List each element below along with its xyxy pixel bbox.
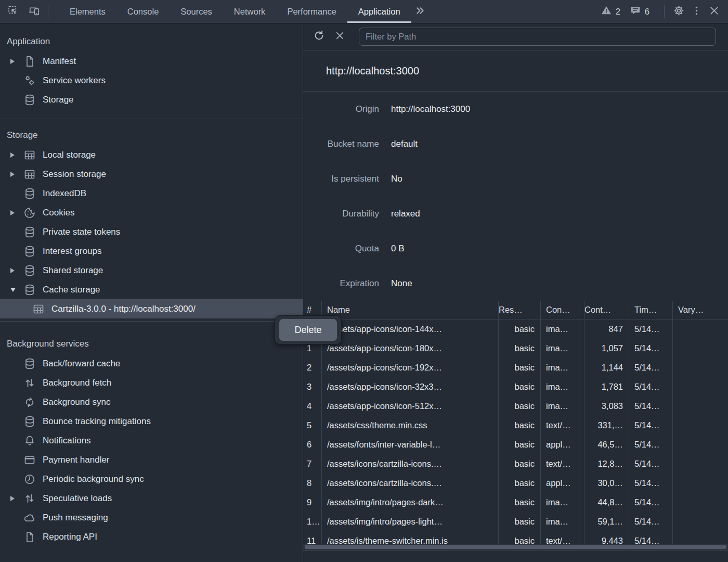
table-row[interactable]: 11/assets/js/theme-switcher.min.jsbasict… xyxy=(303,531,728,544)
table-row[interactable]: 3/assets/app-icons/icon-32x3…basicima…1,… xyxy=(303,377,728,397)
horizontal-scrollbar[interactable] xyxy=(303,544,728,550)
chevron-right-icon[interactable] xyxy=(10,172,23,177)
cell-con: appl… xyxy=(541,474,584,493)
table-row[interactable]: 7/assets/icons/cartzilla-icons.…basictex… xyxy=(303,454,728,474)
chevron-right-icon[interactable] xyxy=(10,59,23,64)
sidebar-item-shared-storage[interactable]: Shared storage xyxy=(0,261,303,280)
metadata-row-expiration: ExpirationNone xyxy=(303,266,728,301)
table-row[interactable]: 1…/assets/img/intro/pages-light…basicima… xyxy=(303,512,728,531)
cell-vary xyxy=(673,512,709,531)
tab-application[interactable]: Application xyxy=(347,0,411,23)
sidebar-item-periodic-background-sync[interactable]: Periodic background sync xyxy=(0,469,303,489)
chevron-down-icon[interactable] xyxy=(10,288,23,292)
sidebar-item-speculative-loads[interactable]: Speculative loads xyxy=(0,489,303,508)
sidebar-item-reporting-api[interactable]: Reporting API xyxy=(0,527,303,546)
metadata-value: None xyxy=(391,278,412,289)
metadata-label: Origin xyxy=(303,104,379,114)
cell-tim: 5/14… xyxy=(629,339,673,358)
console-messages-badge-count: 6 xyxy=(645,7,649,17)
cell-con: ima… xyxy=(541,339,584,358)
sidebar-item-label: Shared storage xyxy=(43,265,103,276)
column-header-cont[interactable]: Cont… xyxy=(584,301,629,319)
metadata-value: default xyxy=(391,139,418,149)
cell-tim: 5/14… xyxy=(629,493,673,512)
table-row[interactable]: 0/assets/app-icons/icon-144x…basicima…84… xyxy=(303,320,728,339)
cookie-icon xyxy=(23,207,36,219)
column-header-res[interactable]: Res… xyxy=(499,301,541,319)
sidebar-item-interest-groups[interactable]: Interest groups xyxy=(0,241,303,261)
cell-con: ima… xyxy=(541,493,584,512)
table-row[interactable]: 4/assets/app-icons/icon-512x…basicima…3,… xyxy=(303,397,728,416)
close-button[interactable] xyxy=(705,3,723,20)
chevron-right-icon[interactable] xyxy=(10,152,23,158)
tab-performance[interactable]: Performance xyxy=(276,0,347,23)
cell-index: 8 xyxy=(303,474,322,493)
cache-metadata: Originhttp://localhost:3000Bucket namede… xyxy=(303,92,728,301)
cell-tim: 5/14… xyxy=(629,358,673,377)
sidebar-item-session-storage[interactable]: Session storage xyxy=(0,164,303,184)
column-header-tim[interactable]: Tim… xyxy=(629,301,673,319)
cell-res: basic xyxy=(499,397,541,416)
sidebar-item-bounce-tracking-mitigations[interactable]: Bounce tracking mitigations xyxy=(0,412,303,431)
message-icon xyxy=(630,5,641,18)
sidebar-item-manifest[interactable]: Manifest xyxy=(0,52,303,71)
cell-cont: 9,443 xyxy=(584,531,629,544)
table-row[interactable]: 6/assets/fonts/inter-variable-l…basicapp… xyxy=(303,435,728,454)
updown-icon xyxy=(23,377,36,389)
console-messages-badge[interactable]: 6 xyxy=(630,5,649,18)
database-icon xyxy=(23,264,36,277)
tab-network[interactable]: Network xyxy=(223,0,277,23)
sidebar-item-local-storage[interactable]: Local storage xyxy=(0,145,303,164)
devtools-toolbar: ElementsConsoleSourcesNetworkPerformance… xyxy=(0,0,728,23)
sidebar-item-service-workers[interactable]: Service workers xyxy=(0,71,303,90)
file-icon xyxy=(23,531,36,543)
tab-sources[interactable]: Sources xyxy=(170,0,223,23)
table-row[interactable]: 9/assets/img/intro/pages-dark…basicima…4… xyxy=(303,493,728,512)
sidebar-item-notifications[interactable]: Notifications xyxy=(0,431,303,450)
table-row[interactable]: 5/assets/css/theme.min.cssbasictext/…331… xyxy=(303,416,728,435)
sidebar-item-background-fetch[interactable]: Background fetch xyxy=(0,373,303,392)
refresh-button[interactable] xyxy=(310,28,328,46)
tab-elements[interactable]: Elements xyxy=(59,0,116,23)
cell-name: /assets/app-icons/icon-180x… xyxy=(322,339,499,358)
cell-vary xyxy=(673,493,709,512)
cell-name: /assets/css/theme.min.css xyxy=(322,416,499,435)
cell-res: basic xyxy=(499,320,541,339)
cell-vary xyxy=(673,320,709,339)
kebab-menu-button[interactable] xyxy=(687,3,705,20)
column-header-vary[interactable]: Vary… xyxy=(673,301,709,319)
filter-input[interactable] xyxy=(359,28,716,46)
sidebar-item-back-forward-cache[interactable]: Back/forward cache xyxy=(0,354,303,373)
sidebar-item-push-messaging[interactable]: Push messaging xyxy=(0,508,303,527)
column-header-name[interactable]: Name xyxy=(322,301,499,319)
console-warnings-badge[interactable]: 2 xyxy=(601,5,620,18)
sidebar-item-private-state-tokens[interactable]: Private state tokens xyxy=(0,222,303,241)
tab-console[interactable]: Console xyxy=(116,0,170,23)
cell-index: 4 xyxy=(303,397,322,416)
context-menu-delete[interactable]: Delete xyxy=(279,319,337,341)
device-toolbar-button[interactable] xyxy=(25,3,43,20)
sidebar-item-storage[interactable]: Storage xyxy=(0,90,303,109)
more-tabs-button[interactable] xyxy=(411,3,429,20)
clear-button[interactable] xyxy=(331,28,348,46)
sidebar-item-cache-storage[interactable]: Cache storage xyxy=(0,280,303,299)
chevron-right-icon[interactable] xyxy=(10,268,23,273)
sidebar-item-indexeddb[interactable]: IndexedDB xyxy=(0,184,303,203)
sidebar-item-background-sync[interactable]: Background sync xyxy=(0,392,303,412)
table-row[interactable]: 2/assets/app-icons/icon-192x…basicima…1,… xyxy=(303,358,728,377)
column-header-con[interactable]: Con… xyxy=(541,301,584,319)
chevron-right-icon[interactable] xyxy=(10,496,23,501)
sidebar-item-cookies[interactable]: Cookies xyxy=(0,203,303,222)
sidebar-item-label: Cache storage xyxy=(43,285,100,295)
cell-tim: 5/14… xyxy=(629,377,673,397)
table-row[interactable]: 1/assets/app-icons/icon-180x…basicima…1,… xyxy=(303,339,728,358)
cell-vary xyxy=(673,416,709,435)
sidebar-item-cartzilla-3-0-0-http-localhost-3000[interactable]: Cartzilla-3.0.0 - http://localhost:3000/ xyxy=(0,299,303,318)
sidebar-item-payment-handler[interactable]: Payment handler xyxy=(0,450,303,469)
inspect-button[interactable] xyxy=(4,3,22,20)
sidebar-section-application: ApplicationManifestService workersStorag… xyxy=(0,23,303,109)
table-row[interactable]: 8/assets/icons/cartzilla-icons.…basicapp… xyxy=(303,474,728,493)
settings-gear-button[interactable] xyxy=(670,3,687,20)
scrollbar-thumb[interactable] xyxy=(305,545,726,549)
chevron-right-icon[interactable] xyxy=(10,210,23,215)
